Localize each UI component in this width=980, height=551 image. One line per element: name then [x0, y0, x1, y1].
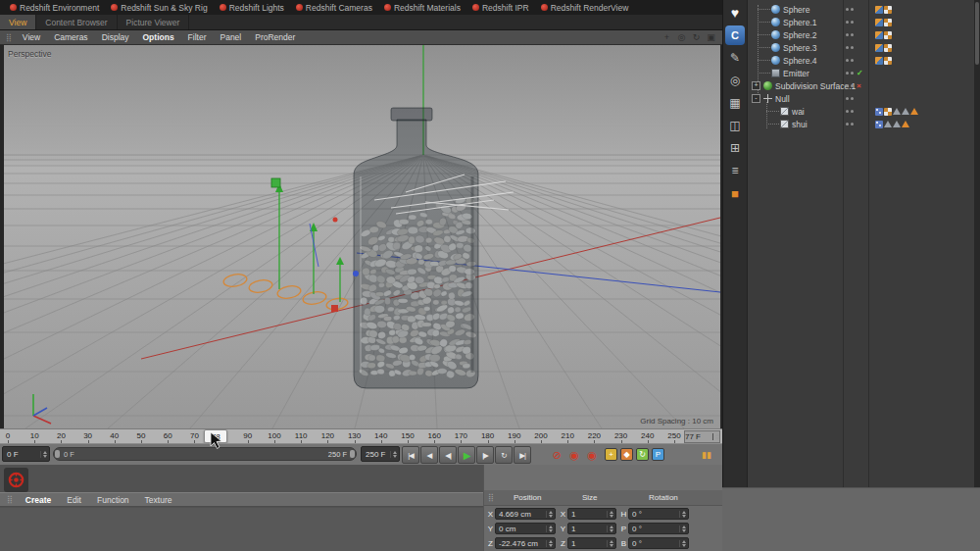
spinner-up-icon[interactable] [610, 540, 613, 543]
object-row[interactable]: Sphere [748, 3, 980, 16]
end-frame-field[interactable]: 250 F [361, 446, 400, 462]
key-rotation-toggle[interactable]: ↻ [636, 448, 649, 461]
position-field[interactable]: -22.476 cm [495, 537, 556, 549]
size-field[interactable]: 1 [567, 523, 616, 534]
redshift-menu-item[interactable]: Redshift Sun & Sky Rig [105, 0, 213, 15]
spinner-down-icon[interactable] [549, 515, 553, 518]
tri-tag[interactable] [893, 108, 901, 115]
spinner-up-icon[interactable] [549, 540, 553, 543]
object-row[interactable]: Sphere.3 [748, 41, 980, 54]
spinner-down-icon[interactable] [549, 529, 553, 532]
autokey-button[interactable]: ◉ [565, 446, 583, 464]
redshift-menu-item[interactable]: Redshift IPR [466, 0, 535, 15]
visibility-dots[interactable] [846, 59, 854, 62]
expander-toggle[interactable]: - [752, 94, 760, 103]
spinner[interactable] [546, 540, 553, 547]
rs-tag[interactable] [875, 44, 883, 52]
visibility-dots[interactable] [846, 21, 854, 24]
add-tool-icon[interactable]: ⊞ [725, 138, 745, 158]
spinner-down-icon[interactable] [682, 515, 686, 518]
start-frame-field[interactable]: 0 F [2, 446, 50, 462]
spinner-down-icon[interactable] [610, 544, 613, 547]
rotation-field[interactable]: 0 ° [628, 537, 689, 549]
redshift-menu-item[interactable]: Redshift Cameras [290, 0, 378, 15]
bottom-menu-edit[interactable]: Edit [59, 495, 89, 505]
visibility-dots[interactable] [846, 123, 854, 125]
visibility-dots[interactable] [846, 110, 854, 113]
object-manager-scrollbar[interactable] [974, 0, 980, 487]
spinner[interactable] [390, 451, 397, 458]
panel-grip-icon[interactable]: ⣿ [2, 33, 16, 42]
spinner[interactable] [712, 433, 719, 440]
expander-toggle[interactable]: + [752, 81, 760, 90]
key-position-toggle[interactable]: + [605, 448, 617, 461]
favorites-heart-icon[interactable]: ♥ [725, 3, 745, 23]
prev-frame-button[interactable]: ◀| [439, 446, 457, 464]
bottom-menu-create[interactable]: Create [18, 495, 59, 505]
rotation-field[interactable]: 0 ° [628, 523, 689, 534]
panel-grip-icon[interactable]: ⣿ [2, 495, 18, 504]
object-row[interactable]: Sphere.4 [748, 54, 980, 67]
viewport-menu-prorender[interactable]: ProRender [248, 32, 302, 42]
cinema4d-icon[interactable]: C [725, 25, 745, 45]
timeline-options-button[interactable]: ▮▮ [698, 446, 715, 464]
viewport-canvas[interactable] [4, 45, 720, 428]
tab-view[interactable]: View [0, 15, 36, 29]
material-list-area[interactable] [0, 508, 483, 551]
pan-view-icon[interactable]: + [662, 32, 672, 42]
panel-grip-icon[interactable]: ⣿ [488, 493, 494, 502]
key-parameter-toggle[interactable]: P [652, 448, 664, 461]
redshift-menu-item[interactable]: Redshift Lights [214, 0, 290, 15]
spinner-up-icon[interactable] [682, 511, 686, 514]
spinner[interactable] [607, 540, 613, 547]
spinner-down-icon[interactable] [549, 544, 553, 547]
position-field[interactable]: 0 cm [495, 523, 556, 534]
record-button[interactable]: ⊘ [548, 446, 565, 464]
tri-tag[interactable] [884, 121, 892, 127]
checker-tag[interactable] [884, 44, 892, 52]
toggle-view-icon[interactable]: ▣ [706, 32, 716, 42]
object-row[interactable]: shui [748, 118, 980, 130]
tri-tag[interactable] [902, 108, 909, 115]
viewport-menu-display[interactable]: Display [95, 32, 136, 42]
dots-tag[interactable] [875, 121, 883, 128]
next-frame-button[interactable]: |▶ [476, 446, 494, 464]
pen-tool-icon[interactable]: ✎ [725, 48, 745, 68]
rs-tag[interactable] [875, 19, 883, 26]
redshift-menu-item[interactable]: Redshift Environment [4, 0, 105, 15]
goto-end-button[interactable]: ▶| [514, 446, 531, 464]
rs-tag[interactable] [875, 6, 883, 14]
dots-tag[interactable] [875, 108, 883, 116]
rotation-field[interactable]: 0 ° [628, 508, 689, 520]
select-tool-icon[interactable]: ◎ [725, 71, 745, 90]
camera-label[interactable]: Perspective [8, 49, 51, 59]
range-end-handle[interactable] [350, 450, 355, 458]
current-frame-field[interactable]: 77 F [684, 430, 720, 443]
play-reverse-button[interactable]: ◀ [420, 446, 438, 464]
rs-tag[interactable] [875, 57, 883, 65]
visibility-dots[interactable] [846, 46, 854, 49]
size-field[interactable]: 1 [567, 508, 616, 520]
redshift-menu-item[interactable]: Redshift RenderView [535, 0, 635, 15]
spinner[interactable] [546, 526, 553, 532]
spinner[interactable] [607, 526, 613, 532]
visibility-dots[interactable] [846, 84, 854, 87]
spinner-up-icon[interactable] [682, 540, 686, 543]
list-tool-icon[interactable]: ≡ [725, 161, 745, 180]
rs-tag[interactable] [875, 31, 883, 39]
preview-range-slider[interactable]: 0 F 250 F [53, 447, 357, 461]
viewport-menu-options[interactable]: Options [136, 32, 181, 42]
checker-tag[interactable] [884, 19, 892, 26]
checker-tag[interactable] [884, 108, 892, 116]
visibility-dots[interactable] [846, 8, 854, 11]
tab-content-browser[interactable]: Content Browser [36, 15, 117, 29]
spinner-down-icon[interactable] [682, 544, 686, 547]
key-scale-toggle[interactable]: ◆ [620, 448, 633, 461]
viewport-menu-cameras[interactable]: Cameras [47, 32, 94, 42]
goto-start-button[interactable]: |◀ [402, 446, 419, 464]
position-field[interactable]: 4.669 cm [495, 508, 556, 520]
object-row[interactable]: -Null [748, 92, 980, 105]
rotate-view-icon[interactable]: ↻ [691, 32, 702, 42]
object-row[interactable]: Emitter✓ [748, 67, 980, 79]
tri-orange-tag[interactable] [902, 121, 909, 127]
